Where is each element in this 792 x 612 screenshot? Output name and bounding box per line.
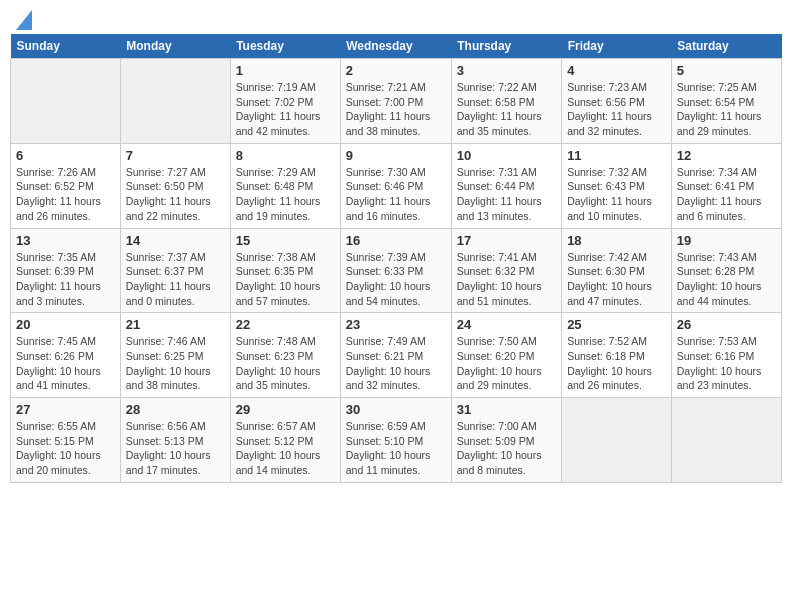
calendar-cell: 4Sunrise: 7:23 AM Sunset: 6:56 PM Daylig… bbox=[562, 59, 672, 144]
calendar-cell: 10Sunrise: 7:31 AM Sunset: 6:44 PM Dayli… bbox=[451, 143, 561, 228]
weekday-header: Sunday bbox=[11, 34, 121, 59]
calendar-cell: 13Sunrise: 7:35 AM Sunset: 6:39 PM Dayli… bbox=[11, 228, 121, 313]
day-number: 21 bbox=[126, 317, 225, 332]
day-info: Sunrise: 7:27 AM Sunset: 6:50 PM Dayligh… bbox=[126, 165, 225, 224]
day-number: 16 bbox=[346, 233, 446, 248]
calendar-cell: 20Sunrise: 7:45 AM Sunset: 6:26 PM Dayli… bbox=[11, 313, 121, 398]
weekday-header: Wednesday bbox=[340, 34, 451, 59]
day-number: 30 bbox=[346, 402, 446, 417]
day-number: 11 bbox=[567, 148, 666, 163]
calendar-cell: 21Sunrise: 7:46 AM Sunset: 6:25 PM Dayli… bbox=[120, 313, 230, 398]
calendar-cell: 12Sunrise: 7:34 AM Sunset: 6:41 PM Dayli… bbox=[671, 143, 781, 228]
weekday-header: Monday bbox=[120, 34, 230, 59]
calendar-cell: 22Sunrise: 7:48 AM Sunset: 6:23 PM Dayli… bbox=[230, 313, 340, 398]
calendar-table: SundayMondayTuesdayWednesdayThursdayFrid… bbox=[10, 34, 782, 483]
calendar-cell bbox=[11, 59, 121, 144]
calendar-cell: 9Sunrise: 7:30 AM Sunset: 6:46 PM Daylig… bbox=[340, 143, 451, 228]
logo-triangle-icon bbox=[16, 10, 32, 30]
calendar-cell: 25Sunrise: 7:52 AM Sunset: 6:18 PM Dayli… bbox=[562, 313, 672, 398]
day-number: 6 bbox=[16, 148, 115, 163]
day-number: 12 bbox=[677, 148, 776, 163]
day-number: 22 bbox=[236, 317, 335, 332]
day-info: Sunrise: 7:48 AM Sunset: 6:23 PM Dayligh… bbox=[236, 334, 335, 393]
day-number: 20 bbox=[16, 317, 115, 332]
calendar-cell: 7Sunrise: 7:27 AM Sunset: 6:50 PM Daylig… bbox=[120, 143, 230, 228]
weekday-header: Friday bbox=[562, 34, 672, 59]
calendar-week-row: 6Sunrise: 7:26 AM Sunset: 6:52 PM Daylig… bbox=[11, 143, 782, 228]
day-info: Sunrise: 7:38 AM Sunset: 6:35 PM Dayligh… bbox=[236, 250, 335, 309]
day-info: Sunrise: 6:56 AM Sunset: 5:13 PM Dayligh… bbox=[126, 419, 225, 478]
day-info: Sunrise: 7:31 AM Sunset: 6:44 PM Dayligh… bbox=[457, 165, 556, 224]
day-info: Sunrise: 7:22 AM Sunset: 6:58 PM Dayligh… bbox=[457, 80, 556, 139]
calendar-cell: 5Sunrise: 7:25 AM Sunset: 6:54 PM Daylig… bbox=[671, 59, 781, 144]
calendar-week-row: 1Sunrise: 7:19 AM Sunset: 7:02 PM Daylig… bbox=[11, 59, 782, 144]
day-info: Sunrise: 6:57 AM Sunset: 5:12 PM Dayligh… bbox=[236, 419, 335, 478]
day-info: Sunrise: 7:35 AM Sunset: 6:39 PM Dayligh… bbox=[16, 250, 115, 309]
day-info: Sunrise: 7:32 AM Sunset: 6:43 PM Dayligh… bbox=[567, 165, 666, 224]
calendar-cell: 28Sunrise: 6:56 AM Sunset: 5:13 PM Dayli… bbox=[120, 398, 230, 483]
day-number: 10 bbox=[457, 148, 556, 163]
day-number: 28 bbox=[126, 402, 225, 417]
day-number: 25 bbox=[567, 317, 666, 332]
calendar-cell: 27Sunrise: 6:55 AM Sunset: 5:15 PM Dayli… bbox=[11, 398, 121, 483]
day-info: Sunrise: 7:19 AM Sunset: 7:02 PM Dayligh… bbox=[236, 80, 335, 139]
day-info: Sunrise: 7:25 AM Sunset: 6:54 PM Dayligh… bbox=[677, 80, 776, 139]
day-info: Sunrise: 7:00 AM Sunset: 5:09 PM Dayligh… bbox=[457, 419, 556, 478]
day-number: 19 bbox=[677, 233, 776, 248]
day-number: 3 bbox=[457, 63, 556, 78]
page-header bbox=[10, 10, 782, 26]
day-number: 27 bbox=[16, 402, 115, 417]
day-number: 15 bbox=[236, 233, 335, 248]
calendar-cell bbox=[120, 59, 230, 144]
day-info: Sunrise: 7:29 AM Sunset: 6:48 PM Dayligh… bbox=[236, 165, 335, 224]
calendar-cell: 24Sunrise: 7:50 AM Sunset: 6:20 PM Dayli… bbox=[451, 313, 561, 398]
day-info: Sunrise: 7:43 AM Sunset: 6:28 PM Dayligh… bbox=[677, 250, 776, 309]
calendar-cell: 19Sunrise: 7:43 AM Sunset: 6:28 PM Dayli… bbox=[671, 228, 781, 313]
day-number: 4 bbox=[567, 63, 666, 78]
day-number: 14 bbox=[126, 233, 225, 248]
day-number: 5 bbox=[677, 63, 776, 78]
day-info: Sunrise: 7:30 AM Sunset: 6:46 PM Dayligh… bbox=[346, 165, 446, 224]
calendar-week-row: 27Sunrise: 6:55 AM Sunset: 5:15 PM Dayli… bbox=[11, 398, 782, 483]
calendar-cell: 16Sunrise: 7:39 AM Sunset: 6:33 PM Dayli… bbox=[340, 228, 451, 313]
calendar-cell bbox=[671, 398, 781, 483]
day-number: 8 bbox=[236, 148, 335, 163]
calendar-cell bbox=[562, 398, 672, 483]
day-info: Sunrise: 7:53 AM Sunset: 6:16 PM Dayligh… bbox=[677, 334, 776, 393]
day-info: Sunrise: 7:34 AM Sunset: 6:41 PM Dayligh… bbox=[677, 165, 776, 224]
day-info: Sunrise: 7:37 AM Sunset: 6:37 PM Dayligh… bbox=[126, 250, 225, 309]
calendar-cell: 6Sunrise: 7:26 AM Sunset: 6:52 PM Daylig… bbox=[11, 143, 121, 228]
day-info: Sunrise: 7:52 AM Sunset: 6:18 PM Dayligh… bbox=[567, 334, 666, 393]
calendar-week-row: 20Sunrise: 7:45 AM Sunset: 6:26 PM Dayli… bbox=[11, 313, 782, 398]
calendar-cell: 14Sunrise: 7:37 AM Sunset: 6:37 PM Dayli… bbox=[120, 228, 230, 313]
day-info: Sunrise: 7:26 AM Sunset: 6:52 PM Dayligh… bbox=[16, 165, 115, 224]
calendar-cell: 23Sunrise: 7:49 AM Sunset: 6:21 PM Dayli… bbox=[340, 313, 451, 398]
day-number: 29 bbox=[236, 402, 335, 417]
svg-marker-0 bbox=[16, 10, 32, 30]
weekday-header-row: SundayMondayTuesdayWednesdayThursdayFrid… bbox=[11, 34, 782, 59]
calendar-cell: 31Sunrise: 7:00 AM Sunset: 5:09 PM Dayli… bbox=[451, 398, 561, 483]
calendar-cell: 3Sunrise: 7:22 AM Sunset: 6:58 PM Daylig… bbox=[451, 59, 561, 144]
day-number: 26 bbox=[677, 317, 776, 332]
weekday-header: Tuesday bbox=[230, 34, 340, 59]
day-number: 31 bbox=[457, 402, 556, 417]
calendar-cell: 8Sunrise: 7:29 AM Sunset: 6:48 PM Daylig… bbox=[230, 143, 340, 228]
day-info: Sunrise: 7:21 AM Sunset: 7:00 PM Dayligh… bbox=[346, 80, 446, 139]
day-info: Sunrise: 7:41 AM Sunset: 6:32 PM Dayligh… bbox=[457, 250, 556, 309]
calendar-cell: 2Sunrise: 7:21 AM Sunset: 7:00 PM Daylig… bbox=[340, 59, 451, 144]
calendar-cell: 11Sunrise: 7:32 AM Sunset: 6:43 PM Dayli… bbox=[562, 143, 672, 228]
day-info: Sunrise: 7:39 AM Sunset: 6:33 PM Dayligh… bbox=[346, 250, 446, 309]
calendar-cell: 29Sunrise: 6:57 AM Sunset: 5:12 PM Dayli… bbox=[230, 398, 340, 483]
day-info: Sunrise: 7:23 AM Sunset: 6:56 PM Dayligh… bbox=[567, 80, 666, 139]
day-number: 18 bbox=[567, 233, 666, 248]
calendar-week-row: 13Sunrise: 7:35 AM Sunset: 6:39 PM Dayli… bbox=[11, 228, 782, 313]
weekday-header: Thursday bbox=[451, 34, 561, 59]
day-info: Sunrise: 7:46 AM Sunset: 6:25 PM Dayligh… bbox=[126, 334, 225, 393]
weekday-header: Saturday bbox=[671, 34, 781, 59]
logo bbox=[14, 10, 32, 26]
day-number: 23 bbox=[346, 317, 446, 332]
calendar-cell: 30Sunrise: 6:59 AM Sunset: 5:10 PM Dayli… bbox=[340, 398, 451, 483]
calendar-cell: 26Sunrise: 7:53 AM Sunset: 6:16 PM Dayli… bbox=[671, 313, 781, 398]
day-number: 17 bbox=[457, 233, 556, 248]
day-info: Sunrise: 7:49 AM Sunset: 6:21 PM Dayligh… bbox=[346, 334, 446, 393]
